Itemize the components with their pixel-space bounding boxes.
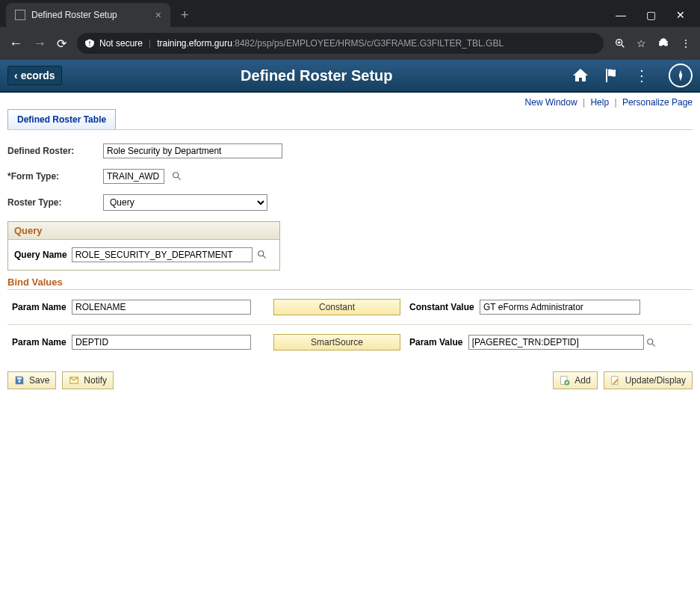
menu-icon[interactable]: ⋮ [634,67,649,84]
defined-roster-input[interactable] [103,143,282,158]
save-icon [14,375,25,386]
address-bar: ← → ⟳ Not secure | training.eform.guru:8… [0,27,700,60]
notify-icon [69,375,79,386]
bookmark-icon[interactable]: ☆ [636,37,646,49]
svg-line-9 [652,344,655,347]
browser-tab[interactable]: Defined Roster Setup × [6,3,170,27]
url-host: training.eform.guru [157,38,232,49]
param-value-input[interactable] [468,335,644,350]
navbar-icon[interactable] [669,64,693,87]
security-indicator[interactable]: Not secure [84,38,143,49]
page-links: New Window | Help | Personalize Page [0,93,700,109]
defined-roster-label: Defined Roster: [7,146,96,156]
bind-values-table: Param Name Constant Constant Value Param… [7,290,693,359]
param-value-lookup-icon[interactable] [646,338,657,348]
close-tab-icon[interactable]: × [155,9,161,21]
update-display-button[interactable]: Update/Display [604,371,693,389]
add-button[interactable]: Add [553,371,597,389]
add-icon [560,375,570,386]
table-row: Param Name SmartSource Param Value [7,325,693,360]
param-name-label: Param Name [12,337,66,347]
home-icon[interactable] [572,67,589,84]
table-row: Param Name Constant Constant Value [7,290,693,325]
back-icon[interactable]: ← [9,36,22,52]
bind-values-title: Bind Values [7,273,693,290]
param-name-input[interactable] [72,335,251,350]
content-area: Defined Roster Table Defined Roster: *Fo… [0,109,700,398]
query-name-input[interactable] [72,247,253,262]
tab-defined-roster-table[interactable]: Defined Roster Table [7,109,116,129]
roster-type-label: Roster Type: [7,197,96,208]
query-group: Query Query Name [7,221,280,271]
query-name-lookup-icon[interactable] [257,250,267,260]
back-button[interactable]: ‹ ecords [7,66,62,85]
param-name-label: Param Name [12,302,66,312]
svg-point-6 [258,251,263,256]
form-type-lookup-icon[interactable] [172,171,182,182]
forward-icon[interactable]: → [33,36,46,52]
value-label: Param Value [409,337,462,347]
new-tab-button[interactable]: + [181,7,189,23]
incognito-icon[interactable] [657,37,670,50]
value-label: Constant Value [409,302,474,312]
minimize-button[interactable]: — [613,9,628,21]
tab-strip: Defined Roster Setup × + — ▢ ✕ [0,0,700,27]
svg-line-7 [263,256,266,259]
help-link[interactable]: Help [590,97,609,108]
close-window-button[interactable]: ✕ [673,9,688,21]
svg-line-5 [178,177,181,180]
save-button[interactable]: Save [7,371,56,389]
param-name-input[interactable] [72,300,251,315]
query-group-title: Query [8,222,279,240]
form-type-label: *Form Type: [7,171,96,182]
page-icon [15,10,25,20]
update-icon [610,375,621,386]
notify-button[interactable]: Notify [62,371,114,389]
zoom-icon[interactable] [614,37,626,49]
browser-menu-icon[interactable]: ⋮ [681,37,691,49]
chevron-left-icon: ‹ [14,69,18,81]
flag-icon[interactable] [603,67,621,84]
svg-point-4 [173,173,179,178]
constant-value-input[interactable] [480,300,640,315]
browser-chrome: Defined Roster Setup × + — ▢ ✕ ← → ⟳ Not… [0,0,700,60]
personalize-link[interactable]: Personalize Page [622,97,693,108]
new-window-link[interactable]: New Window [525,97,577,108]
form-type-input[interactable] [103,169,164,184]
source-type-button[interactable]: SmartSource [273,334,400,350]
url-field[interactable]: Not secure | training.eform.guru:8482/ps… [77,33,604,54]
source-type-button[interactable]: Constant [273,299,400,315]
app-header: ‹ ecords Defined Roster Setup ⋮ [0,60,700,93]
maximize-button[interactable]: ▢ [643,9,658,21]
svg-point-8 [648,339,653,344]
roster-type-select[interactable]: Query [103,194,267,211]
page-title: Defined Roster Setup [62,67,572,84]
tab-title: Defined Roster Setup [31,10,117,20]
query-name-label: Query Name [14,250,67,260]
reload-icon[interactable]: ⟳ [57,37,66,51]
svg-line-1 [622,45,624,47]
